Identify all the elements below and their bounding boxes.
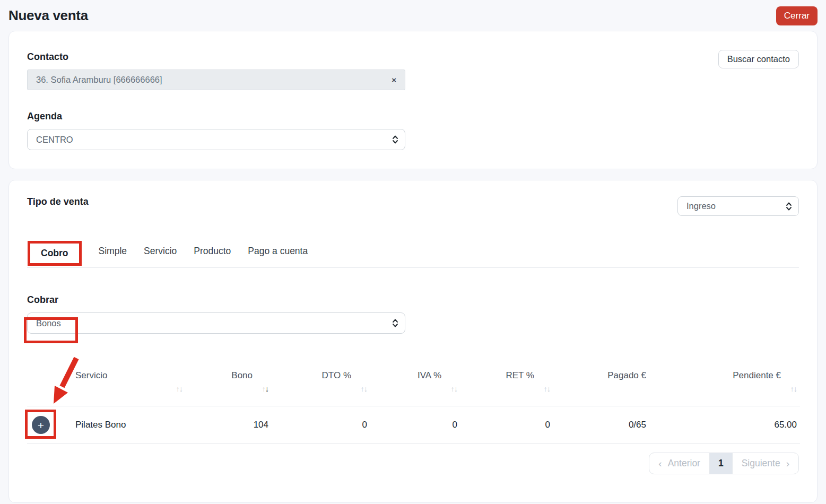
annotation-box-cobro: Cobro xyxy=(28,241,82,266)
agenda-select-value: CENTRO xyxy=(36,135,73,145)
sort-icon[interactable]: ↑↓ xyxy=(649,385,797,393)
table-row: + Pilates Bono 104 0 0 0 0/65 65.00 xyxy=(27,406,800,444)
page-title: Nueva venta xyxy=(8,6,88,24)
column-header-pendiente[interactable]: Pendiente € ↑↓ xyxy=(649,359,800,406)
sort-icon[interactable]: ↑↓ xyxy=(272,385,367,393)
chevron-right-icon: › xyxy=(786,458,789,468)
chevron-left-icon: ‹ xyxy=(658,458,662,468)
cell-iva: 0 xyxy=(370,406,460,444)
contact-input[interactable]: 36. Sofia Aramburu [666666666] × xyxy=(27,69,405,90)
column-header-pagado: Pagado € xyxy=(553,359,649,406)
topbar: Nueva venta Cerrar xyxy=(0,0,826,31)
cell-bono: 104 xyxy=(192,406,272,444)
tab-producto[interactable]: Producto xyxy=(194,238,231,267)
contact-card: Contacto 36. Sofia Aramburu [666666666] … xyxy=(8,31,818,169)
pagination-page-1[interactable]: 1 xyxy=(710,453,733,474)
tab-servicio[interactable]: Servicio xyxy=(144,238,177,267)
tab-simple[interactable]: Simple xyxy=(99,238,127,267)
column-header-action xyxy=(27,359,75,406)
column-header-bono[interactable]: Bono ↑↓ xyxy=(192,359,272,406)
column-header-dto[interactable]: DTO % ↑↓ xyxy=(272,359,370,406)
cell-dto: 0 xyxy=(272,406,370,444)
cobrar-label: Cobrar xyxy=(27,294,799,306)
add-row-button[interactable]: + xyxy=(32,416,50,434)
sort-icon-active-desc[interactable]: ↑↓ xyxy=(192,385,268,393)
cobrar-select-value: Bonos xyxy=(36,318,61,328)
sale-type-tabs: Cobro Simple Servicio Producto Pago a cu… xyxy=(27,238,799,268)
pagination-next-button[interactable]: Siguiente › xyxy=(733,453,798,474)
search-contact-button[interactable]: Buscar contacto xyxy=(718,50,799,68)
select-chevrons-icon xyxy=(786,202,792,211)
select-chevrons-icon xyxy=(392,135,398,144)
column-header-servicio[interactable]: Servicio ↑↓ xyxy=(75,359,192,406)
pagination-prev-button[interactable]: ‹ Anterior xyxy=(649,453,710,474)
agenda-label: Agenda xyxy=(27,111,799,122)
sale-type-label: Tipo de venta xyxy=(27,196,89,207)
sort-icon[interactable]: ↑↓ xyxy=(75,385,189,393)
contact-label: Contacto xyxy=(27,51,405,63)
contact-value: 36. Sofia Aramburu [666666666] xyxy=(36,75,162,85)
tab-cobro[interactable]: Cobro xyxy=(41,248,68,258)
income-type-value: Ingreso xyxy=(686,201,716,211)
column-header-iva[interactable]: IVA % ↑↓ xyxy=(370,359,460,406)
column-header-ret[interactable]: RET % ↑↓ xyxy=(460,359,553,406)
income-type-select[interactable]: Ingreso xyxy=(677,196,799,216)
bonos-table: Servicio ↑↓ Bono ↑↓ DTO % ↑↓ IVA % ↑↓ RE… xyxy=(27,359,800,444)
pagination: ‹ Anterior 1 Siguiente › xyxy=(649,453,799,474)
cell-ret: 0 xyxy=(460,406,553,444)
contact-field-block: Contacto 36. Sofia Aramburu [666666666] … xyxy=(27,51,405,90)
cell-pagado: 0/65 xyxy=(553,406,649,444)
cobrar-select[interactable]: Bonos xyxy=(27,312,405,334)
sort-icon[interactable]: ↑↓ xyxy=(370,385,457,393)
sale-type-card: Tipo de venta Ingreso Cobro Simple Servi… xyxy=(8,180,818,503)
sort-icon[interactable]: ↑↓ xyxy=(460,385,550,393)
close-button[interactable]: Cerrar xyxy=(776,6,818,25)
agenda-select[interactable]: CENTRO xyxy=(27,129,405,150)
plus-icon: + xyxy=(38,420,44,431)
select-chevrons-icon xyxy=(392,318,398,328)
cell-pendiente: 65.00 xyxy=(649,406,800,444)
clear-contact-icon[interactable]: × xyxy=(392,75,396,84)
tab-pago-a-cuenta[interactable]: Pago a cuenta xyxy=(248,238,308,267)
cell-servicio: Pilates Bono xyxy=(75,406,192,444)
